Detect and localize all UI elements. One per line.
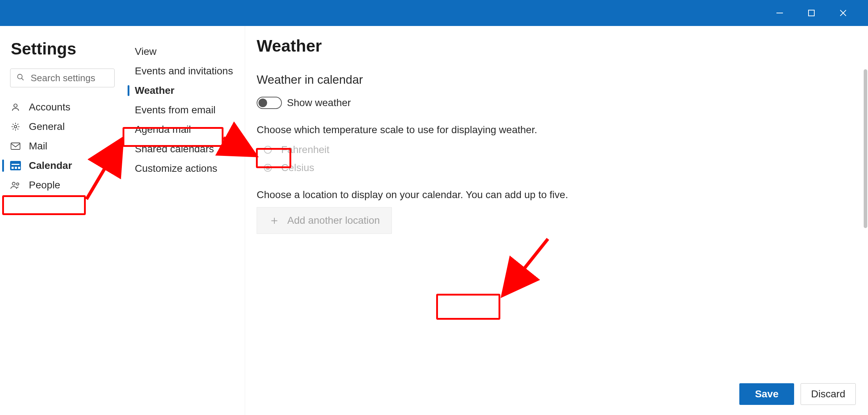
- sidebar-item-accounts[interactable]: Accounts: [0, 97, 123, 117]
- close-icon: [839, 9, 847, 17]
- midnav-item-label: View: [135, 46, 156, 57]
- midnav-item-label: Events and invitations: [135, 65, 233, 77]
- nav-list: Accounts General Mail Calendar: [0, 96, 123, 195]
- sidebar-item-label: Calendar: [29, 160, 72, 171]
- midnav-item-label: Events from email: [135, 104, 216, 116]
- svg-rect-1: [809, 10, 814, 16]
- plus-icon: ＋: [269, 213, 280, 228]
- footer: Save Discard: [739, 383, 856, 405]
- maximize-button[interactable]: [806, 8, 816, 18]
- midnav-item-label: Shared calendars: [135, 143, 214, 155]
- search-icon: [17, 73, 25, 83]
- svg-point-7: [14, 126, 17, 128]
- midnav-item-weather[interactable]: Weather: [123, 81, 245, 100]
- section-title: Weather in calendar: [257, 73, 854, 87]
- search-wrap: [10, 69, 115, 87]
- toggle-knob: [258, 99, 267, 107]
- sidebar-item-label: Mail: [29, 140, 47, 152]
- search-input[interactable]: [10, 69, 115, 87]
- radio-icon: [264, 164, 272, 172]
- midnav-item-label: Weather: [135, 85, 174, 96]
- midnav-item-events-from-email[interactable]: Events from email: [123, 100, 245, 120]
- toggle-label: Show weather: [287, 97, 351, 109]
- sidebar: Settings Accounts General: [0, 26, 123, 415]
- svg-point-10: [17, 183, 19, 185]
- sidebar-item-calendar[interactable]: Calendar: [0, 156, 123, 175]
- body-area: Settings Accounts General: [0, 26, 868, 415]
- sidebar-item-people[interactable]: People: [0, 175, 123, 195]
- sidebar-item-label: People: [29, 179, 60, 191]
- sidebar-item-general[interactable]: General: [0, 117, 123, 136]
- scrollbar-thumb[interactable]: [864, 69, 867, 228]
- midnav-item-label: Customize actions: [135, 163, 217, 174]
- radio-label: Fahrenheit: [281, 144, 329, 156]
- svg-point-6: [14, 104, 17, 107]
- midnav-item-agenda-mail[interactable]: Agenda mail: [123, 120, 245, 139]
- minimize-icon: [776, 9, 784, 17]
- add-location-label: Add another location: [287, 215, 380, 226]
- sidebar-item-label: General: [29, 121, 65, 132]
- radio-icon: [264, 146, 272, 154]
- midnav-item-events-invitations[interactable]: Events and invitations: [123, 61, 245, 81]
- scale-description: Choose which temperature scale to use fo…: [257, 124, 854, 136]
- sidebar-item-mail[interactable]: Mail: [0, 136, 123, 156]
- settings-title: Settings: [0, 36, 123, 69]
- save-button[interactable]: Save: [739, 383, 794, 405]
- gear-icon: [10, 122, 21, 131]
- svg-point-9: [12, 182, 15, 185]
- window-controls: [775, 0, 868, 26]
- discard-button[interactable]: Discard: [801, 383, 856, 405]
- titlebar: [0, 0, 868, 26]
- content-title: Weather: [257, 36, 854, 56]
- svg-line-5: [22, 78, 24, 80]
- midnav-item-shared-calendars[interactable]: Shared calendars: [123, 139, 245, 159]
- toggle-row: Show weather: [257, 97, 854, 109]
- svg-rect-8: [11, 143, 20, 149]
- mail-icon: [10, 142, 21, 150]
- show-weather-toggle[interactable]: [257, 97, 282, 109]
- midnav-item-view[interactable]: View: [123, 42, 245, 61]
- radio-label: Celsius: [281, 162, 314, 174]
- calendar-icon: [10, 161, 21, 170]
- close-button[interactable]: [838, 8, 848, 18]
- sidebar-item-label: Accounts: [29, 101, 70, 113]
- add-location-button[interactable]: ＋ Add another location: [257, 207, 392, 234]
- person-icon: [10, 102, 21, 112]
- content: Weather Weather in calendar Show weather…: [245, 26, 868, 415]
- maximize-icon: [808, 9, 815, 17]
- svg-point-4: [18, 74, 22, 79]
- midnav: View Events and invitations Weather Even…: [123, 26, 245, 415]
- location-description: Choose a location to display on your cal…: [257, 189, 854, 201]
- scrollbar[interactable]: [864, 69, 867, 228]
- radio-fahrenheit[interactable]: Fahrenheit: [257, 141, 854, 159]
- midnav-item-customize-actions[interactable]: Customize actions: [123, 159, 245, 178]
- radio-celsius[interactable]: Celsius: [257, 159, 854, 177]
- midnav-item-label: Agenda mail: [135, 124, 191, 135]
- minimize-button[interactable]: [775, 8, 785, 18]
- people-icon: [10, 181, 21, 189]
